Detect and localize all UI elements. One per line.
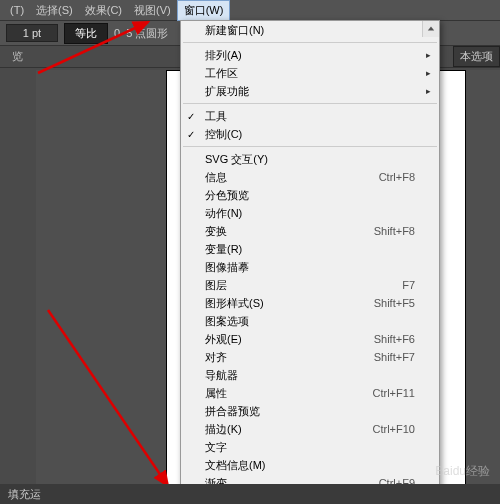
menu-item-label: 工作区	[205, 66, 415, 81]
menu-item-label: 图层	[205, 278, 402, 293]
menu-item-shortcut: Shift+F6	[374, 333, 415, 345]
menu-item[interactable]: ✓控制(C)	[181, 125, 439, 143]
check-icon: ✓	[187, 111, 195, 122]
menu-item-shortcut: Shift+F8	[374, 225, 415, 237]
menu-item-shortcut: Shift+F7	[374, 351, 415, 363]
menu-item[interactable]: 信息Ctrl+F8	[181, 168, 439, 186]
menu-item[interactable]: ✓工具	[181, 107, 439, 125]
menu-item[interactable]: 图案选项	[181, 312, 439, 330]
menu-item-label: 工具	[205, 109, 415, 124]
watermark: Baidu经验	[435, 463, 490, 480]
check-icon: ✓	[187, 129, 195, 140]
menu-item[interactable]: 分色预览	[181, 186, 439, 204]
menu-item-label: 动作(N)	[205, 206, 415, 221]
menu-item-shortcut: Ctrl+F11	[373, 387, 416, 399]
window-menu-dropdown: 新建窗口(N)排列(A)工作区扩展功能✓工具✓控制(C)SVG 交互(Y)信息C…	[180, 20, 440, 504]
document-tab[interactable]: 览	[6, 47, 29, 66]
menu-item-shortcut: Shift+F5	[374, 297, 415, 309]
menu-separator	[183, 42, 437, 43]
menu-item[interactable]: 导航器	[181, 366, 439, 384]
menu-4[interactable]: 窗口(W)	[177, 0, 231, 21]
menu-separator	[183, 146, 437, 147]
menu-item-label: 导航器	[205, 368, 415, 383]
menu-item[interactable]: 新建窗口(N)	[181, 21, 439, 39]
menu-item-label: 文档信息(M)	[205, 458, 415, 473]
menu-item-label: 变换	[205, 224, 374, 239]
menu-item-label: 图形样式(S)	[205, 296, 374, 311]
menu-item[interactable]: 属性Ctrl+F11	[181, 384, 439, 402]
menu-item-label: 分色预览	[205, 188, 415, 203]
menu-2[interactable]: 效果(C)	[79, 1, 128, 20]
menu-item[interactable]: 图形样式(S)Shift+F5	[181, 294, 439, 312]
menu-item-label: 新建窗口(N)	[205, 23, 415, 38]
menu-item-shortcut: F7	[402, 279, 415, 291]
menu-item[interactable]: 外观(E)Shift+F6	[181, 330, 439, 348]
menu-item[interactable]: 扩展功能	[181, 82, 439, 100]
shape-opacity-value: 0	[114, 27, 120, 39]
menu-item[interactable]: 文字	[181, 438, 439, 456]
menu-item-label: 排列(A)	[205, 48, 415, 63]
menu-item[interactable]: 拼合器预览	[181, 402, 439, 420]
menu-item[interactable]: 变换Shift+F8	[181, 222, 439, 240]
menu-item-label: 对齐	[205, 350, 374, 365]
menu-3[interactable]: 视图(V)	[128, 1, 177, 20]
menu-item-shortcut: Ctrl+F10	[373, 423, 416, 435]
menu-bar: (T)选择(S)效果(C)视图(V)窗口(W)	[0, 0, 500, 20]
menu-item[interactable]: 变量(R)	[181, 240, 439, 258]
menu-item-label: 控制(C)	[205, 127, 415, 142]
menu-item-label: 信息	[205, 170, 379, 185]
menu-item-label: SVG 交互(Y)	[205, 152, 415, 167]
menu-item[interactable]: SVG 交互(Y)	[181, 150, 439, 168]
menu-item-label: 描边(K)	[205, 422, 373, 437]
menu-item-shortcut: Ctrl+F8	[379, 171, 415, 183]
scale-mode-label[interactable]: 等比	[64, 23, 108, 44]
menu-item[interactable]: 文档信息(M)	[181, 456, 439, 474]
menu-item-label: 变量(R)	[205, 242, 415, 257]
menu-item-label: 扩展功能	[205, 84, 415, 99]
right-panel-tag[interactable]: 本选项	[453, 46, 500, 67]
menu-item[interactable]: 图像描摹	[181, 258, 439, 276]
menu-item-label: 文字	[205, 440, 415, 455]
menu-item-label: 拼合器预览	[205, 404, 415, 419]
menu-0[interactable]: (T)	[4, 2, 30, 18]
status-bar: 填充运	[0, 484, 500, 504]
status-text: 填充运	[8, 487, 41, 502]
menu-1[interactable]: 选择(S)	[30, 1, 79, 20]
menu-item[interactable]: 描边(K)Ctrl+F10	[181, 420, 439, 438]
menu-item[interactable]: 工作区	[181, 64, 439, 82]
menu-item-label: 图案选项	[205, 314, 415, 329]
shape-tool-label: 5 点圆形	[126, 26, 168, 41]
menu-item[interactable]: 排列(A)	[181, 46, 439, 64]
menu-item[interactable]: 对齐Shift+F7	[181, 348, 439, 366]
menu-item-label: 图像描摹	[205, 260, 415, 275]
menu-item[interactable]: 动作(N)	[181, 204, 439, 222]
menu-item-label: 属性	[205, 386, 373, 401]
menu-item-label: 外观(E)	[205, 332, 374, 347]
menu-item[interactable]: 图层F7	[181, 276, 439, 294]
stroke-weight-combo[interactable]: 1 pt	[6, 24, 58, 42]
menu-separator	[183, 103, 437, 104]
